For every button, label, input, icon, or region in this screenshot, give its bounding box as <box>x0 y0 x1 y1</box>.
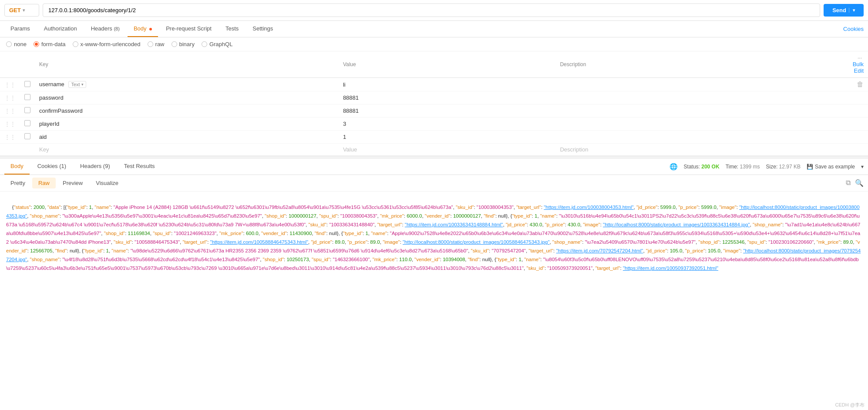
resp-subtab-pretty[interactable]: Pretty <box>4 178 31 188</box>
globe-icon[interactable]: 🌐 <box>670 163 678 171</box>
table-row: ⋮⋮ aid 1 <box>0 131 868 144</box>
key-cell[interactable]: password <box>35 91 339 104</box>
method-selector[interactable]: GET ▾ <box>4 4 39 17</box>
dots-menu[interactable]: ··· <box>858 55 862 61</box>
send-button[interactable]: Send ▾ <box>824 4 864 17</box>
tab-pre-request-script[interactable]: Pre-request Script <box>160 21 218 37</box>
body-dot <box>149 28 152 30</box>
actions-col-header: ··· Bulk Edit <box>846 51 868 78</box>
search-icon[interactable]: 🔍 <box>855 179 864 187</box>
actions-cell-empty <box>846 144 868 156</box>
resp-tab-test-results[interactable]: Test Results <box>118 158 161 175</box>
row-checkbox[interactable] <box>20 91 35 104</box>
key-cell-empty[interactable]: Key <box>35 144 339 156</box>
table-row-empty: Key Value Description <box>0 144 868 156</box>
save-icon: 💾 <box>807 164 813 170</box>
resp-tab-headers[interactable]: Headers (9) <box>74 158 116 175</box>
drag-handle: ⋮⋮ <box>0 131 20 144</box>
url-input[interactable] <box>43 3 820 17</box>
key-value: aid <box>39 134 47 140</box>
body-type-binary[interactable]: binary <box>172 41 195 47</box>
radio-urlencoded-circle <box>73 41 78 47</box>
key-cell[interactable]: username Text ▾ <box>35 78 339 91</box>
radio-graphql-circle <box>202 41 207 47</box>
value-cell[interactable]: 3 <box>339 118 556 131</box>
drag-handle: ⋮⋮ <box>0 91 20 104</box>
value-text: 88881 <box>343 108 359 114</box>
drag-handle: ⋮⋮ <box>0 78 20 91</box>
value-text: li <box>343 81 346 88</box>
size-label: Size: 12.97 KB <box>766 164 801 170</box>
value-cell-empty[interactable]: Value <box>339 144 556 156</box>
row-checkbox[interactable] <box>20 78 35 91</box>
row-checkbox[interactable] <box>20 131 35 144</box>
desc-cell[interactable] <box>555 118 846 131</box>
actions-cell <box>846 104 868 118</box>
value-text: 88881 <box>343 94 359 101</box>
body-type-urlencoded[interactable]: x-www-form-urlencoded <box>73 41 141 47</box>
row-checkbox[interactable] <box>20 118 35 131</box>
actions-cell <box>846 131 868 144</box>
tab-tests[interactable]: Tests <box>219 21 245 37</box>
resp-subtab-visualize[interactable]: Visualize <box>90 178 124 188</box>
check-col-header <box>20 51 35 78</box>
drag-handle: ⋮⋮ <box>0 118 20 131</box>
response-subtabs: Pretty Raw Preview Visualize ⧉ 🔍 <box>0 175 868 192</box>
response-tabs: Body Cookies (1) Headers (9) Test Result… <box>0 158 868 175</box>
resp-tab-cookies[interactable]: Cookies (1) <box>31 158 72 175</box>
body-type-row: none form-data x-www-form-urlencoded raw… <box>0 37 868 51</box>
save-example-label: Save as example <box>815 164 855 170</box>
key-value: confirmPassword <box>39 108 83 114</box>
key-placeholder: Key <box>39 146 49 153</box>
type-chevron-icon: ▾ <box>81 82 84 87</box>
key-cell[interactable]: playerId <box>35 118 339 131</box>
resp-subtab-raw[interactable]: Raw <box>32 178 56 188</box>
desc-cell[interactable] <box>555 131 846 144</box>
delete-icon[interactable]: 🗑 <box>857 81 864 88</box>
tab-authorization[interactable]: Authorization <box>38 21 83 37</box>
key-col-header: Key <box>35 51 339 78</box>
row-checkbox[interactable] <box>20 104 35 118</box>
copy-icon[interactable]: ⧉ <box>846 179 851 187</box>
response-status-bar: 🌐 Status: 200 OK Time: 1399 ms Size: 12.… <box>670 163 864 171</box>
body-type-graphql[interactable]: GraphQL <box>202 41 232 47</box>
desc-cell[interactable] <box>555 91 846 104</box>
key-cell[interactable]: aid <box>35 131 339 144</box>
resp-tab-body[interactable]: Body <box>4 158 30 175</box>
response-text: {"status": 2000, "data": [{"type_id": 1,… <box>6 205 861 271</box>
tab-body[interactable]: Body <box>128 21 158 37</box>
table-row: ⋮⋮ username Text ▾ li 🗑 <box>0 78 868 91</box>
desc-cell-empty[interactable]: Description <box>555 144 846 156</box>
key-value: password <box>39 94 64 101</box>
time-label: Time: 1399 ms <box>726 164 760 170</box>
cookies-link[interactable]: Cookies <box>843 26 864 32</box>
value-cell[interactable]: 1 <box>339 131 556 144</box>
bulk-edit-link[interactable]: Bulk Edit <box>853 61 864 74</box>
expand-icon[interactable]: ▾ <box>861 164 864 170</box>
method-chevron-icon: ▾ <box>23 8 25 13</box>
body-type-none[interactable]: none <box>6 41 27 47</box>
tab-headers[interactable]: Headers (8) <box>85 21 126 37</box>
actions-cell <box>846 91 868 104</box>
tab-params[interactable]: Params <box>4 21 36 37</box>
value-text: 3 <box>343 121 346 127</box>
tab-settings[interactable]: Settings <box>246 21 279 37</box>
type-badge[interactable]: Text ▾ <box>68 81 86 88</box>
key-cell[interactable]: confirmPassword <box>35 104 339 118</box>
save-example-button[interactable]: 💾 Save as example <box>807 164 855 170</box>
method-value: GET <box>9 7 21 13</box>
value-cell[interactable]: 88881 <box>339 104 556 118</box>
table-row: ⋮⋮ playerId 3 <box>0 118 868 131</box>
desc-cell[interactable] <box>555 104 846 118</box>
send-chevron-icon: ▾ <box>849 8 855 13</box>
value-col-header: Value <box>339 51 556 78</box>
desc-cell[interactable] <box>555 78 846 91</box>
value-cell[interactable]: li <box>339 78 556 91</box>
body-type-form-data[interactable]: form-data <box>34 41 66 47</box>
actions-cell <box>846 118 868 131</box>
value-cell[interactable]: 88881 <box>339 91 556 104</box>
resp-subtab-preview[interactable]: Preview <box>57 178 89 188</box>
body-type-raw[interactable]: raw <box>148 41 165 47</box>
key-value: playerId <box>39 121 59 127</box>
actions-cell: 🗑 <box>846 78 868 91</box>
